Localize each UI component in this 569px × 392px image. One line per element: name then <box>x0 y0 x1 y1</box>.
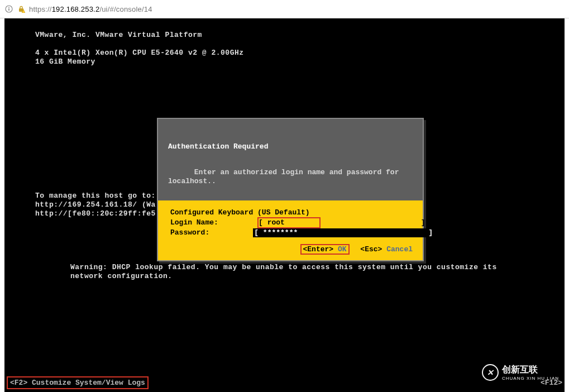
auth-dialog-body: Configured Keyboard (US Default) Login N… <box>158 200 423 242</box>
mgmt-line1: To manage this host go to: <box>35 192 156 200</box>
cancel-button[interactable]: <Esc> Cancel <box>360 245 413 254</box>
mgmt-line3: http://[fe80::20c:29ff:fe5 <box>35 209 156 218</box>
sysinfo-mem: 16 GiB Memory <box>35 58 95 66</box>
lock-warning-icon[interactable] <box>17 4 26 13</box>
info-icon[interactable] <box>4 4 13 13</box>
watermark-cn: 创新互联 <box>502 365 538 374</box>
login-input-highlight: [ root <box>257 217 321 228</box>
sysinfo-cpu: 4 x Intel(R) Xeon(R) CPU E5-2640 v2 @ 2.… <box>35 49 244 58</box>
ok-button[interactable]: <Enter> OK <box>300 244 350 255</box>
auth-dialog-header: Authentication Required Enter an authori… <box>158 119 423 200</box>
url-text[interactable]: https://192.168.253.2/ui/#/console/14 <box>29 5 565 13</box>
login-row: Login Name: [ root ] <box>170 217 410 228</box>
login-label: Login Name: <box>170 218 218 227</box>
f2-customize-button[interactable]: <F2> Customize System/View Logs <box>7 376 149 389</box>
svg-rect-1 <box>8 8 9 11</box>
console-footer: <F2> Customize System/View Logs <F12> <box>4 373 565 392</box>
warning-line2: network configuration. <box>70 272 173 281</box>
auth-dialog-subtitle: Enter an authorized login name and passw… <box>168 168 399 185</box>
keyboard-line: Configured Keyboard (US Default) <box>170 208 410 217</box>
watermark-logo: ✕ 创新互联 CHUANG XIN HU LIAN <box>482 364 559 381</box>
svg-rect-2 <box>8 7 9 8</box>
password-input-field: [ ******** ] <box>253 228 434 237</box>
sysinfo-vendor: VMware, Inc. VMware Virtual Platform <box>35 31 202 40</box>
auth-dialog-actions: <Enter> OK <Esc> Cancel <box>158 242 423 260</box>
watermark-py: CHUANG XIN HU LIAN <box>502 376 559 381</box>
auth-dialog-title: Authentication Required <box>168 142 413 159</box>
browser-urlbar: https://192.168.253.2/ui/#/console/14 <box>0 0 569 18</box>
password-label: Password: <box>170 228 209 237</box>
watermark-icon: ✕ <box>482 364 499 381</box>
mgmt-line2: http://169.254.161.18/ (Wa <box>35 200 156 209</box>
password-row: Password: [ ******** ] <box>170 228 410 237</box>
login-input[interactable]: root <box>267 218 285 227</box>
auth-dialog: Authentication Required Enter an authori… <box>157 118 424 261</box>
vm-console[interactable]: VMware, Inc. VMware Virtual Platform 4 x… <box>0 18 569 392</box>
password-input[interactable]: ******** <box>263 228 298 237</box>
warning-line1: Warning: DHCP lookup failed. You may be … <box>70 263 497 272</box>
